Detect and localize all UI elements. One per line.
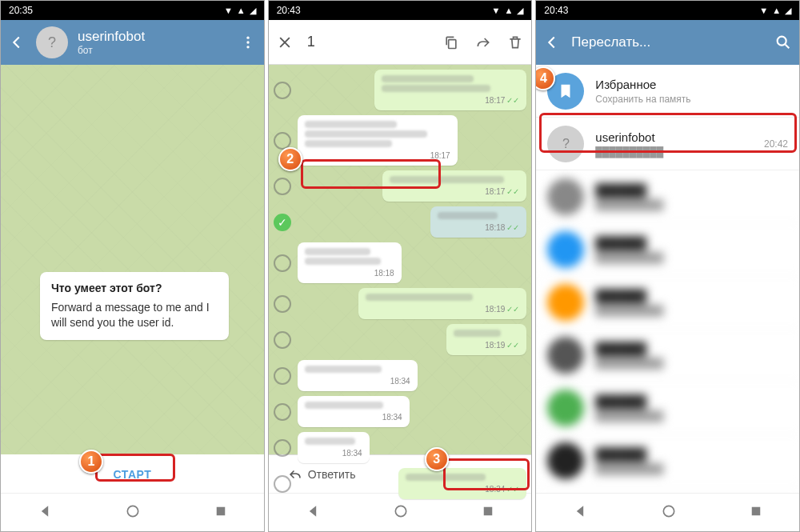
nav-back-icon[interactable] — [572, 503, 588, 522]
chat-preview: ██████████ — [595, 305, 777, 316]
selection-header: 1 — [269, 20, 532, 65]
message-row[interactable]: 18:34 — [274, 396, 527, 427]
message-row[interactable]: 18:17 — [274, 115, 527, 166]
message-row[interactable]: ✓18:18✓✓ — [274, 206, 527, 238]
chat-list-item[interactable]: ████████████████ — [536, 223, 799, 276]
select-circle[interactable] — [274, 439, 291, 457]
chat-name: ██████ — [595, 236, 777, 250]
chat-list[interactable]: ИзбранноеСохранить на память?userinfobot… — [536, 65, 799, 494]
chat-list-item[interactable]: ████████████████ — [536, 382, 799, 434]
message-time: 18:34 — [342, 449, 362, 458]
menu-icon[interactable] — [238, 33, 258, 52]
message-time: 18:19✓✓ — [485, 341, 519, 350]
message-bubble[interactable]: 18:18 — [298, 242, 402, 283]
message-time: 18:34✓✓ — [485, 485, 519, 494]
message-bubble[interactable]: 18:34 — [298, 432, 370, 463]
select-circle[interactable]: ✓ — [274, 214, 291, 231]
chat-name: ██████ — [595, 289, 777, 302]
status-icons: ▼▲◢ — [759, 6, 791, 16]
select-circle[interactable] — [274, 403, 291, 421]
nav-recent-icon[interactable] — [214, 504, 228, 522]
chat-name: ██████ — [595, 447, 777, 461]
message-row[interactable]: 18:17✓✓ — [274, 70, 527, 110]
bot-avatar[interactable]: ? — [36, 26, 68, 58]
message-bubble[interactable]: 18:19✓✓ — [358, 288, 526, 319]
message-time: 18:17 — [430, 151, 450, 160]
message-bubble[interactable]: 18:17 — [298, 115, 458, 166]
chat-name: ██████ — [595, 183, 777, 197]
chat-preview: ██████████ — [595, 463, 777, 474]
message-bubble[interactable]: 18:34 — [298, 396, 410, 427]
chat-preview: ██████████ — [595, 410, 777, 422]
status-bar: 20:35 ▼▲◢ — [1, 1, 264, 20]
nav-home-icon[interactable] — [393, 503, 409, 522]
select-circle[interactable] — [274, 367, 291, 385]
callout-2: 2 — [278, 147, 302, 171]
search-icon[interactable] — [774, 33, 793, 52]
select-circle[interactable] — [274, 475, 291, 493]
back-icon[interactable] — [542, 33, 562, 52]
chat-list-item[interactable]: ИзбранноеСохранить на память — [536, 65, 799, 118]
select-circle[interactable] — [274, 295, 291, 313]
message-bubble[interactable]: 18:34 — [298, 360, 418, 391]
chat-name: ██████ — [595, 342, 777, 355]
bot-intro-card: Что умеет этот бот? Forward a message to… — [40, 272, 229, 340]
callout-1: 1 — [79, 450, 103, 474]
nav-home-icon[interactable] — [661, 503, 677, 522]
chat-list-item[interactable]: ████████████████ — [536, 170, 799, 223]
status-bar: 20:43 ▼▲◢ — [269, 1, 532, 20]
nav-home-icon[interactable] — [125, 503, 141, 522]
start-button[interactable]: СТАРТ — [94, 462, 170, 487]
svg-point-6 — [395, 506, 406, 516]
message-bubble[interactable]: 18:18✓✓ — [430, 206, 526, 238]
chat-preview: ██████████ — [595, 199, 777, 210]
android-navbar — [536, 493, 799, 531]
messages-area[interactable]: 18:17✓✓18:1718:17✓✓✓18:18✓✓18:1818:19✓✓1… — [269, 65, 532, 456]
status-icons: ▼▲◢ — [224, 6, 256, 16]
chat-avatar: ? — [547, 126, 584, 162]
chat-avatar — [547, 390, 584, 426]
message-time: 18:34 — [390, 377, 410, 386]
nav-recent-icon[interactable] — [749, 504, 763, 522]
message-bubble[interactable]: 18:19✓✓ — [446, 324, 526, 355]
message-row[interactable]: 18:34 — [274, 360, 527, 391]
message-bubble[interactable]: 18:34✓✓ — [398, 468, 526, 499]
message-row[interactable]: 18:34 — [274, 432, 527, 463]
copy-icon[interactable] — [442, 33, 461, 52]
message-row[interactable]: 18:19✓✓ — [274, 288, 527, 319]
chat-list-item[interactable]: ████████████████ — [536, 434, 799, 487]
back-icon[interactable] — [7, 33, 26, 52]
select-circle[interactable] — [274, 82, 291, 99]
status-time: 20:43 — [544, 5, 568, 16]
chat-list-item[interactable]: ?userinfobot██████████20:42 — [536, 118, 799, 170]
message-bubble[interactable]: 18:17✓✓ — [382, 170, 526, 202]
nav-back-icon[interactable] — [305, 503, 321, 522]
chat-list-item[interactable]: ████████████████ — [536, 276, 799, 329]
chat-header: ? userinfobot бот — [1, 20, 264, 65]
delete-icon[interactable] — [506, 33, 525, 52]
nav-back-icon[interactable] — [37, 503, 53, 522]
chat-avatar — [547, 284, 584, 321]
status-bar: 20:43 ▼▲◢ — [536, 1, 799, 20]
select-circle[interactable] — [274, 254, 291, 272]
nav-recent-icon[interactable] — [481, 504, 495, 522]
select-circle[interactable] — [274, 331, 291, 349]
message-row[interactable]: 18:19✓✓ — [274, 324, 527, 355]
message-row[interactable]: 18:18 — [274, 242, 527, 283]
message-row[interactable]: 18:17✓✓ — [274, 170, 527, 202]
chat-avatar — [547, 337, 584, 374]
status-time: 20:35 — [9, 5, 33, 16]
svg-rect-10 — [752, 506, 761, 515]
chat-name: Избранное — [595, 78, 777, 91]
message-row[interactable]: 18:34✓✓ — [274, 468, 527, 499]
forward-header-icon[interactable] — [474, 33, 493, 52]
chat-name: ██████ — [595, 394, 777, 408]
forward-title: Переслать... — [571, 34, 764, 50]
chat-time: 20:42 — [764, 138, 788, 150]
message-bubble[interactable]: 18:17✓✓ — [374, 70, 526, 110]
close-icon[interactable] — [275, 33, 294, 52]
svg-rect-5 — [449, 39, 456, 48]
select-circle[interactable] — [274, 178, 291, 195]
chat-list-item[interactable]: ████████████████ — [536, 329, 799, 382]
svg-point-2 — [246, 46, 249, 48]
